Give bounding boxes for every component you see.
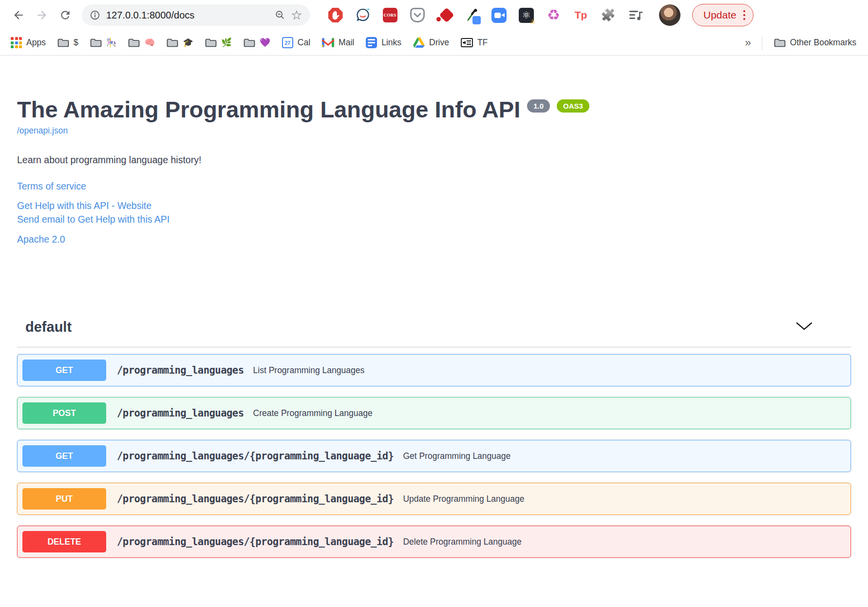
- url-text[interactable]: 127.0.0.1:8000/docs: [106, 10, 269, 21]
- react-devtools-extension-icon[interactable]: ⚛ ⚠: [518, 7, 534, 23]
- update-button[interactable]: Update: [692, 4, 754, 26]
- license-link[interactable]: Apache 2.0: [17, 234, 851, 245]
- warning-icon: ⚠: [530, 18, 535, 25]
- endpoint-path: /programming_languages/{programming_lang…: [117, 493, 394, 505]
- gmail-icon: [322, 38, 334, 47]
- google-drive-icon: [413, 38, 425, 48]
- toucan-extension-icon[interactable]: Tp: [573, 7, 589, 23]
- method-button[interactable]: PUT: [22, 488, 106, 510]
- folder-icon: [90, 38, 102, 47]
- folder-icon: [244, 38, 255, 47]
- endpoint-row-delete-4[interactable]: DELETE /programming_languages/{programmi…: [17, 526, 851, 558]
- bookmark-folder-0[interactable]: $: [53, 35, 83, 50]
- bookmark-folder-3[interactable]: 🎓: [162, 35, 198, 50]
- cors-extension-icon[interactable]: CORS: [382, 7, 398, 23]
- profile-avatar[interactable]: [659, 4, 680, 26]
- endpoint-path: /programming_languages: [117, 364, 244, 376]
- bookmarks-divider: [762, 36, 762, 50]
- bookmark-folder-1[interactable]: 🎠: [85, 35, 122, 50]
- section-divider: [17, 347, 851, 347]
- recycle-extension-icon[interactable]: ♻: [546, 7, 562, 23]
- zoom-extension-icon[interactable]: [491, 7, 507, 23]
- version-badge: 1.0: [527, 99, 550, 113]
- bookmark-links[interactable]: Links: [361, 35, 406, 51]
- folder-icon: [774, 38, 786, 47]
- endpoint-summary: Delete Programming Language: [403, 537, 521, 547]
- method-button[interactable]: GET: [22, 360, 106, 381]
- reload-button[interactable]: [56, 5, 75, 25]
- bookmark-drive[interactable]: Drive: [408, 35, 454, 51]
- oas3-badge: OAS3: [557, 99, 589, 113]
- bookmark-folder-label: $: [74, 38, 78, 48]
- bookmark-folder-label: 🎓: [183, 38, 193, 48]
- folder-icon: [205, 38, 217, 47]
- endpoint-summary: Create Programming Language: [253, 408, 373, 418]
- method-button[interactable]: GET: [22, 445, 106, 467]
- method-button[interactable]: POST: [22, 402, 106, 424]
- adblock-extension-icon[interactable]: ✋: [327, 7, 343, 23]
- color-picker-extension-icon[interactable]: [464, 7, 480, 23]
- bookmark-tf[interactable]: TF: [456, 35, 492, 50]
- section-header-default[interactable]: default: [17, 319, 851, 335]
- back-icon: [12, 9, 25, 21]
- api-description: Learn about programming language history…: [17, 154, 851, 166]
- bookmark-folder-label: 🌿: [221, 38, 232, 48]
- terms-of-service-link[interactable]: Terms of service: [17, 181, 851, 192]
- chat-bubble-extension-icon[interactable]: [355, 7, 371, 23]
- bookmark-folder-5[interactable]: 💜: [239, 35, 275, 50]
- bookmarks-bar: Apps $ 🎠 🧠 🎓 🌿 💜 27 Cal: [0, 30, 868, 56]
- openapi-spec-link[interactable]: /openapi.json: [17, 126, 68, 136]
- folder-icon: [57, 38, 69, 47]
- chevron-down-icon: [796, 322, 812, 331]
- pocket-extension-icon[interactable]: [409, 7, 425, 23]
- other-bookmarks[interactable]: Other Bookmarks: [769, 35, 861, 50]
- key-extension-icon[interactable]: [436, 7, 453, 23]
- endpoint-summary: Update Programming Language: [403, 494, 524, 504]
- tf-favicon: [461, 38, 473, 47]
- bookmark-star-icon[interactable]: ☆: [291, 10, 302, 20]
- bookmark-mail[interactable]: Mail: [317, 35, 359, 50]
- forward-icon: [36, 9, 48, 21]
- endpoint-path: /programming_languages: [117, 407, 244, 419]
- endpoint-row-get-0[interactable]: GET /programming_languages List Programm…: [17, 354, 851, 386]
- endpoint-row-put-3[interactable]: PUT /programming_languages/{programming_…: [17, 483, 851, 515]
- bookmark-apps[interactable]: Apps: [6, 35, 51, 51]
- folder-icon: [128, 38, 140, 47]
- reload-icon: [59, 9, 72, 21]
- apps-grid-icon: [11, 37, 22, 48]
- extensions-puzzle-icon[interactable]: 🧩: [600, 7, 616, 23]
- zoom-out-icon[interactable]: [275, 10, 285, 20]
- method-button[interactable]: DELETE: [22, 531, 106, 552]
- site-info-icon[interactable]: [90, 10, 100, 20]
- bookmark-calendar[interactable]: 27 Cal: [277, 35, 315, 51]
- endpoint-summary: List Programming Languages: [253, 365, 365, 376]
- bookmarks-overflow-chevron[interactable]: »: [741, 37, 755, 49]
- endpoint-path: /programming_languages/{programming_lang…: [117, 536, 394, 548]
- forward-button[interactable]: [32, 5, 52, 25]
- browser-toolbar: 127.0.0.1:8000/docs ☆ ✋ CORS: [0, 0, 868, 30]
- endpoints-list: GET /programming_languages List Programm…: [17, 354, 851, 558]
- url-bar[interactable]: 127.0.0.1:8000/docs ☆: [82, 4, 310, 26]
- google-calendar-icon: 27: [282, 37, 293, 48]
- folder-icon: [167, 38, 178, 47]
- endpoint-row-get-2[interactable]: GET /programming_languages/{programming_…: [17, 440, 851, 472]
- playlist-extension-icon[interactable]: [627, 7, 643, 23]
- browser-menu-kebab-icon[interactable]: [743, 10, 746, 20]
- bookmark-folder-label: 💜: [260, 38, 270, 48]
- section-collapse-button[interactable]: [794, 320, 814, 334]
- bookmark-folder-2[interactable]: 🧠: [123, 35, 160, 50]
- help-website-link[interactable]: Get Help with this API - Website: [17, 200, 851, 211]
- page-title: The Amazing Programming Language Info AP…: [17, 96, 851, 123]
- swagger-docs: The Amazing Programming Language Info AP…: [0, 96, 868, 558]
- bookmark-folder-label: 🧠: [144, 38, 155, 48]
- endpoint-path: /programming_languages/{programming_lang…: [117, 450, 394, 462]
- back-button[interactable]: [9, 5, 28, 25]
- endpoint-row-post-1[interactable]: POST /programming_languages Create Progr…: [17, 397, 851, 429]
- help-email-link[interactable]: Send email to Get Help with this API: [17, 214, 851, 225]
- bookmark-folder-label: 🎠: [106, 38, 117, 48]
- links-icon: [366, 37, 377, 48]
- endpoint-summary: Get Programming Language: [403, 451, 510, 461]
- bookmark-folder-4[interactable]: 🌿: [200, 35, 237, 50]
- section-title: default: [25, 319, 72, 335]
- extensions-row: ✋ CORS ⚛ ⚠ ♻: [327, 7, 643, 23]
